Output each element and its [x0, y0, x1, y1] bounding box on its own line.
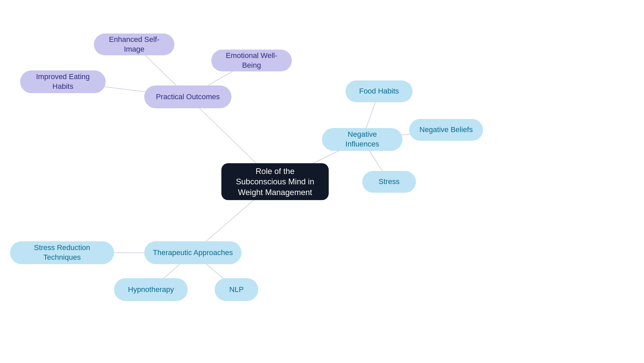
node-enhanced-self-image[interactable]: Enhanced Self-Image: [94, 34, 174, 55]
node-stress-reduction[interactable]: Stress Reduction Techniques: [10, 241, 114, 264]
node-food-habits[interactable]: Food Habits: [345, 80, 413, 102]
node-stress[interactable]: Stress: [362, 171, 416, 193]
node-negative-influences[interactable]: Negative Influences: [322, 128, 402, 151]
node-negative-beliefs[interactable]: Negative Beliefs: [409, 119, 483, 141]
node-hypnotherapy[interactable]: Hypnotherapy: [114, 278, 188, 301]
node-practical-outcomes[interactable]: Practical Outcomes: [144, 85, 231, 108]
node-emotional-well-being[interactable]: Emotional Well-Being: [211, 50, 292, 71]
mindmap-container: Role of the Subconscious Mind in Weight …: [0, 0, 644, 363]
node-center[interactable]: Role of the Subconscious Mind in Weight …: [221, 163, 329, 200]
node-nlp[interactable]: NLP: [215, 278, 258, 301]
node-therapeutic-approaches[interactable]: Therapeutic Approaches: [144, 241, 241, 264]
node-improved-eating-habits[interactable]: Improved Eating Habits: [20, 70, 106, 93]
